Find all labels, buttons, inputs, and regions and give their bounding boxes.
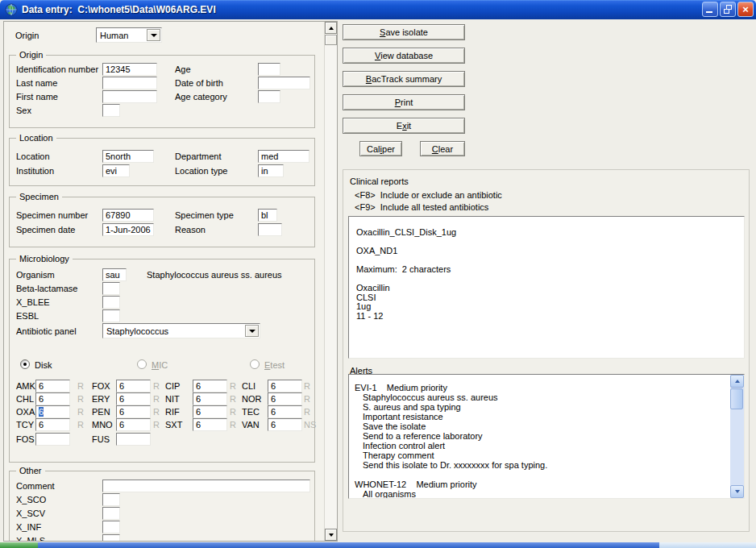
abx-CLI-input[interactable]: 6 [268, 380, 302, 392]
view-database-button[interactable]: View database [343, 48, 465, 64]
comment-input[interactable] [102, 480, 310, 492]
function-key-hint: <F8> Include or exclude an antibiotic [355, 189, 502, 201]
alert-line: Save the isolate [355, 421, 725, 431]
start-button-edge[interactable] [0, 542, 38, 548]
info-line: CLSI [356, 293, 737, 303]
esbl-input[interactable] [102, 309, 120, 322]
title-bar[interactable]: Data entry: C:\whonet5\Data\W06ARG.EVI × [0, 0, 756, 19]
abx-CHL-input[interactable]: 6 [35, 392, 70, 405]
alert-line [355, 470, 725, 480]
bactrack-summary-button[interactable]: BacTrack summary [343, 71, 465, 87]
function-key-hint: <F9> Include all tested antibiotics [355, 201, 502, 214]
last-name-input[interactable] [102, 77, 157, 89]
x-mls-input[interactable] [102, 534, 120, 542]
abx-FOX-input[interactable]: 6 [116, 380, 151, 392]
abx-FOS-label: FOS [16, 434, 35, 445]
abx-ERY-input[interactable]: 6 [116, 392, 151, 405]
scrollbar-thumb[interactable] [325, 35, 337, 45]
abx-TCY-label: TCY [16, 420, 34, 430]
alerts-box[interactable]: EVI-1 Medium priorityStaphylococcus aure… [348, 374, 745, 499]
abx-CIP-input[interactable]: 6 [193, 380, 227, 392]
department-label: Department [175, 152, 221, 162]
minimize-button[interactable] [702, 2, 718, 17]
abx-FUS-input[interactable] [116, 433, 151, 446]
form-scrollbar[interactable] [324, 22, 337, 541]
save-isolate-button[interactable]: Save isolate [343, 24, 465, 40]
abx-SXT-input[interactable]: 6 [193, 418, 227, 431]
abx-MNO-input[interactable]: 6 [116, 418, 151, 431]
department-input[interactable]: med [258, 150, 309, 163]
alerts-scroll-up-button[interactable] [730, 375, 744, 388]
chevron-down-icon[interactable] [245, 325, 259, 337]
info-line: 1ug [356, 302, 737, 312]
identification-number-input[interactable]: 12345 [102, 63, 157, 76]
print-button[interactable]: Print [343, 94, 465, 110]
scrollbar-down-button[interactable] [325, 529, 337, 541]
specimen-date-label: Specimen date [16, 225, 75, 235]
abx-AMK-interpretation-flag: R [77, 381, 84, 392]
sex-input[interactable] [102, 104, 120, 117]
specimen-type-input[interactable]: bl [258, 209, 277, 222]
abx-RIF-input[interactable]: 6 [193, 405, 227, 418]
alerts-scrollbar[interactable] [730, 375, 744, 498]
abx-CIP-interpretation-flag: R [230, 381, 236, 392]
abx-TCY-input[interactable]: 6 [35, 418, 70, 431]
info-line: Oxacillin [356, 284, 737, 293]
x-sco-input[interactable] [102, 493, 120, 506]
x-scv-label: X_SCV [16, 509, 45, 519]
close-button[interactable]: × [737, 2, 754, 17]
alerts-scroll-down-button[interactable] [730, 485, 744, 498]
origin-select[interactable]: Human [96, 27, 162, 43]
x-scv-input[interactable] [102, 507, 120, 520]
abx-VAN-input[interactable]: 6 [268, 418, 302, 431]
antibiotic-panel-select[interactable]: Staphylococcus [102, 323, 260, 338]
age-category-input[interactable] [258, 90, 280, 103]
first-name-input[interactable] [102, 90, 157, 103]
specimen-group-title: Specimen [16, 191, 62, 202]
x-blee-input[interactable] [102, 296, 120, 309]
abx-AMK-input[interactable]: 6 [35, 380, 70, 392]
abx-NIT-interpretation-flag: R [230, 394, 236, 405]
data-entry-form-panel: Origin Human Origin Identification numbe… [3, 21, 338, 542]
age-input[interactable] [258, 63, 280, 76]
alerts-scroll-thumb[interactable] [730, 388, 743, 409]
location-group-title: Location [16, 132, 56, 143]
test-method-etest-label: Etest [264, 360, 285, 371]
test-method-disk-radio[interactable] [20, 359, 30, 369]
abx-MNO-interpretation-flag: R [153, 420, 160, 430]
organism-input[interactable]: sau [102, 268, 127, 281]
specimen-date-input[interactable]: 1-Jun-2006 [102, 223, 154, 236]
abx-FOS-input[interactable] [35, 433, 70, 446]
abx-PEN-interpretation-flag: R [153, 407, 160, 417]
beta-lactamase-label: Beta-lactamase [16, 284, 77, 294]
specimen-group: Specimen Specimen number 67890 Specimen … [9, 197, 315, 247]
restore-button[interactable] [720, 2, 736, 17]
microbiology-group-title: Microbiology [16, 253, 73, 264]
specimen-number-input[interactable]: 67890 [102, 209, 154, 222]
institution-input[interactable]: evi [102, 164, 130, 177]
reason-input[interactable] [258, 223, 282, 236]
abx-FUS-label: FUS [92, 434, 110, 445]
location-type-input[interactable]: in [258, 164, 284, 177]
specimen-number-label: Specimen number [16, 210, 88, 221]
abx-NOR-input[interactable]: 6 [268, 392, 302, 405]
clear-button[interactable]: Clear [420, 141, 465, 156]
exit-button[interactable]: Exit [343, 118, 465, 134]
chevron-down-icon[interactable] [147, 29, 160, 41]
caliper-button[interactable]: Caliper [359, 141, 402, 156]
other-group: Other Comment X_SCO X_SCV X_INF X_MLS [9, 471, 315, 542]
date-of-birth-input[interactable] [258, 77, 310, 89]
beta-lactamase-input[interactable] [102, 282, 120, 295]
abx-PEN-input[interactable]: 6 [116, 405, 151, 418]
scrollbar-up-button[interactable] [325, 22, 337, 34]
abx-VAN-label: VAN [242, 420, 260, 430]
abx-NIT-input[interactable]: 6 [193, 392, 227, 405]
abx-TEC-input[interactable]: 6 [268, 405, 302, 418]
location-input[interactable]: 5north [102, 150, 154, 163]
organism-name-text: Staphylococcus aureus ss. aureus [147, 270, 282, 280]
window-title: Data entry: C:\whonet5\Data\W06ARG.EVI [22, 4, 216, 15]
comment-label: Comment [16, 481, 55, 492]
abx-CIP-label: CIP [165, 381, 180, 392]
x-inf-input[interactable] [102, 521, 120, 533]
abx-OXA-input[interactable]: 6 [35, 405, 70, 418]
